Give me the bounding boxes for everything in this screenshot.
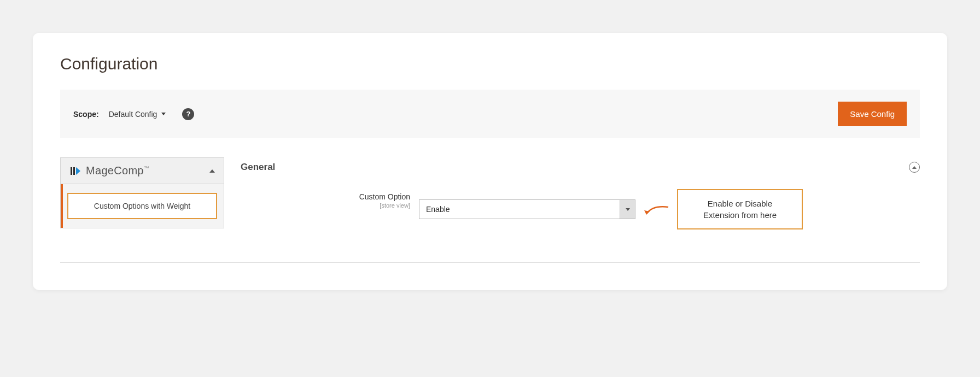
sidebar-item-custom-options[interactable]: Custom Options with Weight: [67, 193, 217, 219]
section-title: General: [241, 162, 275, 173]
caret-down-icon: [161, 113, 166, 115]
scope-bar: Scope: Default Config ? Save Config: [60, 90, 920, 138]
field-scope: [store view]: [241, 202, 410, 209]
svg-rect-0: [71, 167, 72, 175]
brand: MageComp™: [69, 164, 149, 177]
section-header: General: [241, 157, 920, 189]
page-title: Configuration: [60, 55, 920, 73]
field-label: Custom Option: [241, 192, 410, 201]
help-icon[interactable]: ?: [182, 108, 194, 120]
brand-logo-icon: [69, 165, 81, 177]
field-control: Enable Enable or Disable Extension from …: [419, 189, 920, 229]
custom-option-select[interactable]: Enable: [419, 199, 635, 219]
field-label-wrap: Custom Option [store view]: [241, 189, 410, 209]
scope-label: Scope:: [73, 110, 99, 119]
scope-left: Scope: Default Config ?: [73, 108, 194, 120]
brand-name: MageComp™: [86, 164, 149, 177]
config-card: Configuration Scope: Default Config ? Sa…: [33, 33, 947, 290]
field-row-custom-option: Custom Option [store view] Enable Ena: [241, 189, 920, 229]
sidebar: MageComp™ Custom Options with Weight: [60, 157, 224, 229]
annotation-callout: Enable or Disable Extension from here: [677, 189, 803, 229]
collapse-icon[interactable]: [909, 162, 920, 173]
scope-value: Default Config: [109, 110, 158, 119]
sidebar-header[interactable]: MageComp™: [60, 157, 224, 184]
annotation-arrow-icon: [645, 199, 667, 219]
select-value: Enable: [419, 200, 620, 219]
chevron-up-icon: [209, 169, 215, 173]
svg-rect-1: [73, 167, 75, 175]
scope-dropdown[interactable]: Default Config: [109, 110, 166, 119]
main-panel: General Custom Option [store view] Enabl…: [241, 157, 920, 229]
sidebar-body: Custom Options with Weight: [60, 184, 224, 228]
content-row: MageComp™ Custom Options with Weight Gen…: [60, 157, 920, 263]
dropdown-arrow-icon: [620, 200, 635, 219]
save-config-button[interactable]: Save Config: [838, 102, 907, 126]
